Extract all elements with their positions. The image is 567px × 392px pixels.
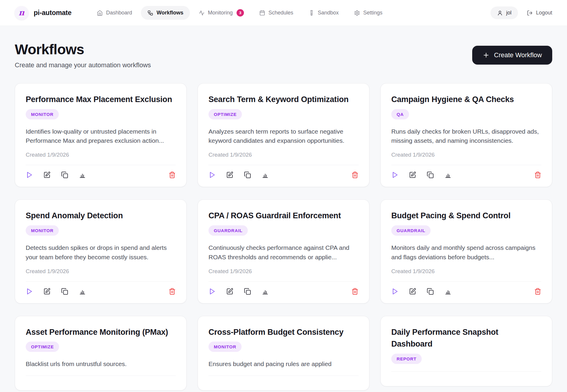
nav-item-label: Settings: [363, 10, 382, 16]
gear-icon: [354, 10, 360, 16]
workflow-stats-button[interactable]: [262, 288, 269, 295]
workflow-tag-badge: MONITOR: [208, 342, 242, 352]
trash-icon: [351, 171, 359, 178]
workflow-tag-badge: OPTIMIZE: [26, 342, 59, 352]
duplicate-workflow-button[interactable]: [427, 288, 434, 295]
nav-item-label: Workflows: [157, 10, 183, 16]
copy-icon: [61, 288, 68, 295]
workflow-title: Asset Performance Monitoring (PMax): [26, 326, 176, 338]
duplicate-workflow-button[interactable]: [427, 171, 434, 178]
page-header-text: Workflows Create and manage your automat…: [15, 41, 151, 69]
workflow-stats-button[interactable]: [262, 171, 269, 178]
edit-workflow-button[interactable]: [43, 171, 50, 178]
badge-row: OPTIMIZE: [208, 109, 359, 119]
play-icon: [391, 288, 398, 295]
workflow-actions: [26, 375, 176, 382]
bar-chart-icon: [262, 288, 269, 295]
workflow-title: Cross-Platform Budget Consistency: [208, 326, 359, 338]
copy-icon: [427, 288, 434, 295]
workflow-title: Campaign Hygiene & QA Checks: [391, 94, 541, 106]
activity-icon: [199, 10, 205, 16]
workflow-description: Blacklist urls from untrustful sources.: [26, 359, 176, 369]
workflow-stats-button[interactable]: [79, 288, 86, 295]
nav-item-label: Monitoring: [208, 10, 233, 16]
workflow-card: Budget Pacing & Spend Control GUARDRAIL …: [380, 199, 552, 303]
duplicate-workflow-button[interactable]: [244, 171, 251, 178]
run-workflow-button[interactable]: [208, 288, 216, 295]
workflow-stats-button[interactable]: [444, 171, 452, 178]
nav-item-settings[interactable]: Settings: [348, 6, 389, 20]
main-content: Workflows Create and manage your automat…: [0, 41, 567, 391]
workflow-created-date: Created 1/9/2026: [391, 268, 541, 275]
workflow-tag-badge: OPTIMIZE: [208, 109, 242, 119]
edit-workflow-button[interactable]: [226, 288, 233, 295]
run-workflow-button[interactable]: [26, 288, 33, 295]
delete-workflow-button[interactable]: [351, 288, 359, 295]
run-workflow-button[interactable]: [26, 171, 33, 178]
edit-workflow-button[interactable]: [43, 288, 50, 295]
copy-icon: [427, 171, 434, 178]
brand-name: pi-automate: [34, 9, 71, 17]
trash-icon: [534, 171, 541, 178]
delete-workflow-button[interactable]: [534, 171, 541, 178]
edit-workflow-button[interactable]: [409, 288, 416, 295]
duplicate-workflow-button[interactable]: [61, 288, 68, 295]
nav-item-schedules[interactable]: Schedules: [253, 6, 300, 20]
workflow-title: Search Term & Keyword Optimization: [208, 94, 359, 106]
workflow-created-date: Created 1/9/2026: [208, 152, 359, 158]
workflow-created-date: Created 1/9/2026: [26, 152, 176, 158]
workflow-actions: [26, 165, 176, 178]
workflow-created-date: Created 1/9/2026: [208, 268, 359, 275]
delete-workflow-button[interactable]: [351, 171, 359, 178]
nav-item-dashboard[interactable]: Dashboard: [90, 6, 139, 20]
workflow-card: Spend Anomaly Detection MONITOR Detects …: [15, 199, 187, 303]
duplicate-workflow-button[interactable]: [61, 171, 68, 178]
play-icon: [391, 171, 398, 178]
run-workflow-button[interactable]: [208, 171, 216, 178]
workflow-actions: [391, 281, 541, 295]
nav-item-monitoring[interactable]: Monitoring 3: [192, 5, 250, 20]
run-workflow-button[interactable]: [391, 171, 398, 178]
workflow-icon: [147, 10, 153, 16]
workflow-grid: Performance Max Placement Exclusion MONI…: [15, 83, 552, 391]
delete-workflow-button[interactable]: [169, 171, 176, 178]
calendar-icon: [259, 10, 265, 16]
workflow-tag-badge: MONITOR: [26, 225, 59, 236]
workflow-card: CPA / ROAS Guardrail Enforcement GUARDRA…: [198, 199, 369, 303]
top-navbar: π pi-automate Dashboard Workflows Monito…: [0, 0, 567, 26]
delete-workflow-button[interactable]: [169, 288, 176, 295]
edit-icon: [226, 288, 233, 295]
nav-item-label: Dashboard: [106, 10, 132, 16]
workflow-actions: [26, 281, 176, 295]
workflow-title: Budget Pacing & Spend Control: [391, 210, 541, 222]
badge-row: GUARDRAIL: [391, 225, 541, 236]
create-workflow-button[interactable]: Create Workflow: [472, 46, 552, 65]
brand: π pi-automate: [15, 6, 71, 20]
bar-chart-icon: [79, 288, 86, 295]
nav-item-workflows[interactable]: Workflows: [141, 6, 190, 20]
workflow-stats-button[interactable]: [444, 288, 452, 295]
workflow-description: Detects sudden spikes or drops in spend …: [26, 243, 176, 262]
user-menu[interactable]: jol: [491, 6, 518, 19]
trash-icon: [169, 171, 176, 178]
workflow-stats-button[interactable]: [79, 171, 86, 178]
logout-button[interactable]: Logout: [527, 10, 552, 16]
workflow-card: Asset Performance Monitoring (PMax) OPTI…: [15, 316, 187, 391]
nav-item-sandbox[interactable]: Sandbox: [302, 6, 345, 20]
workflow-actions: [391, 165, 541, 178]
create-workflow-label: Create Workflow: [494, 51, 542, 59]
badge-row: GUARDRAIL: [208, 225, 359, 236]
navbar-right: jol Logout: [491, 6, 552, 19]
run-workflow-button[interactable]: [391, 288, 398, 295]
badge-row: REPORT: [391, 354, 541, 364]
username: jol: [506, 10, 511, 16]
page-header: Workflows Create and manage your automat…: [15, 41, 552, 69]
play-icon: [208, 171, 216, 178]
page-subtitle: Create and manage your automation workfl…: [15, 61, 151, 69]
delete-workflow-button[interactable]: [534, 288, 541, 295]
edit-workflow-button[interactable]: [409, 171, 416, 178]
trash-icon: [351, 288, 359, 295]
duplicate-workflow-button[interactable]: [244, 288, 251, 295]
edit-workflow-button[interactable]: [226, 171, 233, 178]
badge-row: MONITOR: [26, 109, 176, 119]
